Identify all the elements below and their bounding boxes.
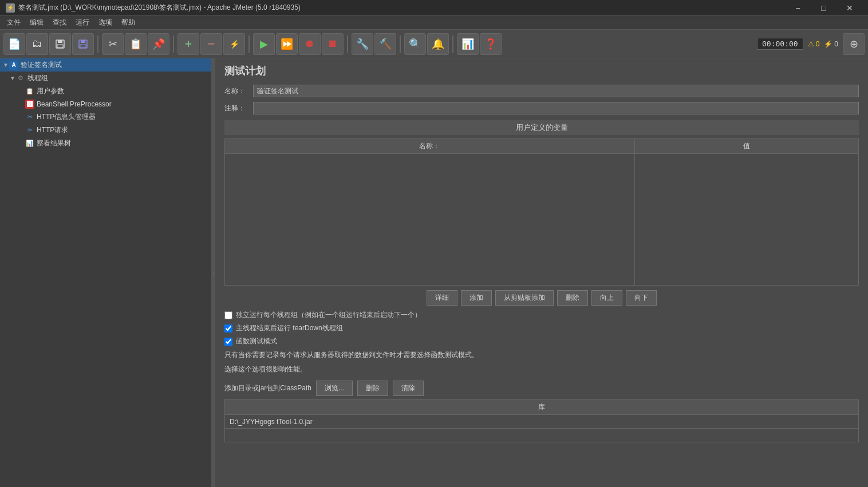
add-button[interactable]: 添加 <box>461 290 492 306</box>
tree-icon-httprequest: ✂ <box>25 126 34 135</box>
tree-toggle-threadgroup[interactable]: ▼ <box>9 75 16 82</box>
error-icon: ⚡ <box>824 40 833 48</box>
tree-toggle-httprequest <box>18 127 25 134</box>
toolbar-sep-3 <box>248 35 250 53</box>
tree-panel: ▼ A 验证签名测试 ▼ ⚙ 线程组 📋 用户参数 🅱 BeanShell Pr… <box>0 58 212 487</box>
toolbar-sep-6 <box>452 35 453 53</box>
toolbar-add-button[interactable]: + <box>177 33 199 55</box>
classpath-label: 添加目录或jar包到ClassPath <box>224 383 311 393</box>
browse-button[interactable]: 浏览... <box>316 381 353 396</box>
menu-help[interactable]: 帮助 <box>117 17 140 29</box>
svg-rect-4 <box>81 40 85 43</box>
toolbar: 📄 🗂 ✂ 📋 📌 + − ⚡ ▶ ⏩ ⏺ ⏹ 🔧 🔨 🔍 🔔 📊 ❓ 00:0… <box>0 30 868 58</box>
toolbar-start-nopauses-button[interactable]: ⏩ <box>276 33 298 55</box>
classpath-delete-button[interactable]: 删除 <box>357 381 388 396</box>
tree-item-beanshell[interactable]: 🅱 BeanShell PreProcessor <box>0 98 211 110</box>
tree-icon-beanshell: 🅱 <box>25 100 34 109</box>
tree-toggle-root[interactable]: ▼ <box>2 62 9 69</box>
toolbar-tools2-button[interactable]: 🔨 <box>374 33 396 55</box>
maximize-button[interactable]: □ <box>811 0 837 16</box>
toolbar-record-button[interactable]: ⏺ <box>299 33 321 55</box>
toolbar-paste-button[interactable]: 📌 <box>148 33 169 55</box>
tree-item-resulttree[interactable]: 📊 察看结果树 <box>0 137 211 150</box>
menu-search[interactable]: 查找 <box>48 17 71 29</box>
action-buttons-row: 详细 添加 从剪贴板添加 删除 向上 向下 <box>224 290 859 306</box>
toolbar-start-button[interactable]: ▶ <box>253 33 275 55</box>
toolbar-new-button[interactable]: 📄 <box>3 33 25 55</box>
svg-rect-5 <box>80 45 86 47</box>
checkbox-row-2: 主线程结束后运行 tearDown线程组 <box>224 323 859 333</box>
lib-table: 库 D:\_JYYHgogs tTool-1.0.jar <box>224 399 859 442</box>
checkbox-label-3: 函数测试模式 <box>236 336 277 346</box>
checkbox-functional-mode[interactable] <box>224 338 232 346</box>
toolbar-clear-button[interactable]: 🔔 <box>427 33 449 55</box>
menu-bar: 文件 编辑 查找 运行 选项 帮助 <box>0 16 868 30</box>
right-panel: 测试计划 名称： 注释： 用户定义的变量 名称： 值 <box>215 58 868 487</box>
timer-display: 00:00:00 <box>757 38 803 50</box>
toolbar-sep-4 <box>347 35 348 53</box>
vars-cell-value <box>634 154 859 286</box>
toolbar-report-button[interactable]: 📊 <box>457 33 479 55</box>
menu-options[interactable]: 选项 <box>94 17 117 29</box>
lib-table-cell-empty <box>225 429 859 442</box>
toolbar-copy-button[interactable]: 📋 <box>125 33 147 55</box>
detail-button[interactable]: 详细 <box>427 290 457 306</box>
error-count: 0 <box>834 40 838 48</box>
svg-rect-1 <box>58 40 62 43</box>
down-button[interactable]: 向下 <box>626 290 657 306</box>
warning-count: 0 <box>816 40 820 48</box>
delete-button[interactable]: 删除 <box>557 290 588 306</box>
tree-item-httprequest[interactable]: ✂ HTTP请求 <box>0 124 211 137</box>
lib-table-row-1: D:\_JYYHgogs tTool-1.0.jar <box>225 415 859 429</box>
paste-from-clipboard-button[interactable]: 从剪贴板添加 <box>495 290 554 306</box>
name-label: 名称： <box>224 86 253 96</box>
comment-row: 注释： <box>224 102 859 114</box>
toolbar-help-button[interactable]: ❓ <box>480 33 502 55</box>
toolbar-search-button[interactable]: 🔍 <box>404 33 426 55</box>
tree-icon-resulttree: 📊 <box>25 139 34 148</box>
lib-table-row-empty <box>225 429 859 442</box>
checkbox-row-3: 函数测试模式 <box>224 336 859 346</box>
toolbar-toggle-button[interactable]: ⚡ <box>223 33 245 55</box>
toolbar-remove-button[interactable]: − <box>200 33 222 55</box>
toolbar-cut-button[interactable]: ✂ <box>102 33 124 55</box>
vars-cell-name <box>225 154 635 286</box>
title-text: 签名测试.jmx (D:\_WORK\mynotepad\201908\签名测试… <box>18 3 785 13</box>
error-badge: ⚡ 0 <box>824 40 838 48</box>
comment-input[interactable] <box>253 102 859 114</box>
toolbar-tools1-button[interactable]: 🔧 <box>352 33 373 55</box>
name-input[interactable] <box>253 85 859 97</box>
tree-label-httprequest: HTTP请求 <box>37 125 68 135</box>
menu-file[interactable]: 文件 <box>2 17 25 29</box>
menu-edit[interactable]: 编辑 <box>25 17 48 29</box>
tree-label-httpheader: HTTP信息头管理器 <box>37 112 96 122</box>
menu-run[interactable]: 运行 <box>71 17 94 29</box>
comment-label: 注释： <box>224 104 253 113</box>
tree-item-threadgroup[interactable]: ▼ ⚙ 线程组 <box>0 72 211 85</box>
toolbar-stop-button[interactable]: ⏹ <box>322 33 344 55</box>
checkbox-teardown[interactable] <box>224 324 232 332</box>
minimize-button[interactable]: − <box>785 0 811 16</box>
classpath-header: 添加目录或jar包到ClassPath 浏览... 删除 清除 <box>224 381 859 396</box>
expand-icon[interactable]: ⊕ <box>843 33 865 55</box>
panel-title: 测试计划 <box>224 64 859 78</box>
checkbox-independent-thread-groups[interactable] <box>224 311 232 319</box>
tree-item-userparams[interactable]: 📋 用户参数 <box>0 85 211 98</box>
col-name: 名称： <box>225 139 635 154</box>
name-row: 名称： <box>224 85 859 97</box>
tree-label-resulttree: 察看结果树 <box>37 138 71 148</box>
tree-icon-httpheader: ✂ <box>25 113 34 122</box>
toolbar-save-button[interactable] <box>72 33 94 55</box>
toolbar-open-button[interactable]: 🗂 <box>26 33 48 55</box>
variables-table: 名称： 值 <box>224 138 859 286</box>
classpath-clear-button[interactable]: 清除 <box>393 381 424 396</box>
info-text-1: 只有当你需要记录每个请求从服务器取得的数据到文件时才需要选择函数测试模式。 <box>224 350 859 361</box>
tree-item-httpheader[interactable]: ✂ HTTP信息头管理器 <box>0 110 211 124</box>
toolbar-sep-5 <box>400 35 401 53</box>
up-button[interactable]: 向上 <box>591 290 622 306</box>
toolbar-save-as-button[interactable] <box>49 33 71 55</box>
close-button[interactable]: ✕ <box>837 0 862 16</box>
info-text-2: 选择这个选项很影响性能。 <box>224 364 859 375</box>
tree-item-root[interactable]: ▼ A 验证签名测试 <box>0 58 211 72</box>
tree-label-threadgroup: 线程组 <box>27 73 48 83</box>
